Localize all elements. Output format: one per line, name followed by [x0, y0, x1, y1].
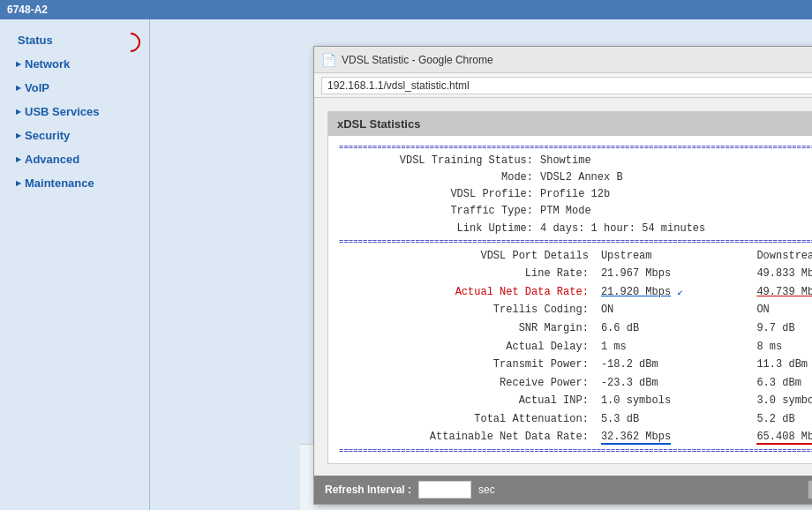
- sidebar-item-network[interactable]: Network: [0, 52, 149, 76]
- mode-value: VDSL2 Annex B: [540, 169, 623, 186]
- training-status-line: VDSL Training Status: Showtime: [339, 153, 812, 169]
- sidebar-item-voip[interactable]: VoIP: [0, 76, 149, 100]
- row-label: Actual Net Data Rate:: [339, 283, 592, 302]
- sidebar-maintenance-label: Maintenance: [25, 176, 94, 190]
- row-label: SNR Margin:: [339, 319, 592, 338]
- sidebar-item-usb-services[interactable]: USB Services: [0, 100, 149, 124]
- profile-value: Profile 12b: [540, 186, 610, 203]
- mode-line: Mode: VDSL2 Annex B: [339, 169, 812, 186]
- row-down: 3.0 symbols: [753, 392, 812, 410]
- sidebar-item-security[interactable]: Security: [0, 124, 149, 147]
- traffic-type-label: Traffic Type:: [339, 203, 533, 220]
- browser-title-left: 📄 VDSL Statistic - Google Chrome: [321, 53, 493, 67]
- main-layout: Status Network VoIP USB Services Securit…: [0, 19, 812, 510]
- sidebar-usb-label: USB Services: [25, 105, 100, 118]
- col2-header: Upstream: [592, 247, 754, 266]
- table-row: Actual Delay: 1 ms 8 ms: [339, 338, 812, 356]
- row-up: -18.2 dBm: [592, 356, 754, 374]
- sidebar-item-maintenance[interactable]: Maintenance: [0, 171, 149, 195]
- annotated-up-value: 21.920 Mbps: [601, 286, 671, 298]
- browser-address-bar: 🔍: [314, 73, 812, 98]
- sidebar: Status Network VoIP USB Services Securit…: [0, 19, 150, 510]
- row-down: 49.739 Mbps ↙: [753, 283, 812, 302]
- table-row: SNR Margin: 6.6 dB 9.7 dB: [339, 319, 812, 338]
- attain-down-value: 65.408 Mbps: [756, 431, 812, 445]
- table-row: Total Attenuation: 5.3 dB 5.2 dB: [339, 410, 812, 429]
- annotated-down-value: 49.739 Mbps: [756, 286, 812, 298]
- traffic-type-line: Traffic Type: PTM Mode: [339, 203, 812, 220]
- sidebar-status-label: Status: [18, 34, 53, 47]
- row-down: 8 ms: [753, 338, 812, 356]
- table-row: Attainable Net Data Rate: 32.362 Mbps 65…: [339, 428, 812, 446]
- row-down: ON: [753, 301, 812, 319]
- app-title-bar: 6748-A2: [0, 0, 812, 19]
- row-label: Transmit Power:: [339, 356, 592, 374]
- row-down: 5.2 dB: [753, 410, 812, 429]
- row-label: Actual INP:: [339, 392, 592, 410]
- app-title: 6748-A2: [7, 4, 48, 16]
- row-up: 21.967 Mbps: [592, 265, 754, 283]
- page-icon: 📄: [321, 53, 336, 67]
- table-row: Actual INP: 1.0 symbols 3.0 symbols: [339, 392, 812, 410]
- row-up: 6.6 dB: [592, 319, 754, 338]
- row-label: Actual Delay:: [339, 338, 592, 356]
- stats-panel: xDSL Statistics ========================…: [327, 111, 812, 464]
- row-down: 65.408 Mbps: [753, 428, 812, 446]
- sidebar-network-label: Network: [25, 57, 70, 71]
- refresh-interval-label: Refresh Interval :: [325, 484, 411, 496]
- browser-bottom-bar: Refresh Interval : sec Set Interval Stop: [314, 476, 812, 504]
- sidebar-item-advanced[interactable]: Advanced: [0, 147, 149, 171]
- training-status-label: VDSL Training Status:: [339, 153, 533, 169]
- address-input[interactable]: [321, 77, 812, 94]
- stats-body: ========================================…: [328, 136, 812, 463]
- mode-label: Mode:: [339, 169, 533, 186]
- traffic-type-value: PTM Mode: [540, 203, 591, 220]
- link-uptime-line: Link Uptime: 4 days: 1 hour: 54 minutes: [339, 221, 812, 237]
- sidebar-voip-label: VoIP: [25, 81, 49, 94]
- row-label: Line Rate:: [339, 265, 592, 283]
- link-uptime-label: Link Uptime:: [339, 221, 533, 237]
- col1-header: VDSL Port Details: [339, 247, 592, 266]
- row-label: Trellis Coding:: [339, 301, 592, 319]
- table-row: Actual Net Data Rate: 21.920 Mbps ↙ 49.7…: [339, 283, 812, 302]
- table-header-row: VDSL Port Details Upstream Downstream: [339, 247, 812, 266]
- sidebar-advanced-label: Advanced: [25, 153, 79, 166]
- row-down: 11.3 dBm: [753, 356, 812, 374]
- separator-3: ========================================…: [339, 446, 812, 456]
- separator-1: ========================================…: [339, 143, 812, 153]
- profile-line: VDSL Profile: Profile 12b: [339, 186, 812, 203]
- link-uptime-value: 4 days: 1 hour: 54 minutes: [540, 221, 705, 237]
- refresh-interval-input[interactable]: [418, 481, 471, 499]
- row-up: 21.920 Mbps ↙: [592, 283, 754, 302]
- row-down: 6.3 dBm: [753, 374, 812, 393]
- row-label: Receive Power:: [339, 374, 592, 393]
- row-label: Total Attenuation:: [339, 410, 592, 429]
- attain-up-value: 32.362 Mbps: [601, 431, 671, 445]
- sidebar-item-status[interactable]: Status: [0, 28, 149, 52]
- col3-header: Downstream: [753, 247, 812, 266]
- row-up: 1.0 symbols: [592, 392, 754, 410]
- row-up: 32.362 Mbps: [592, 428, 754, 446]
- row-up: 1 ms: [592, 338, 754, 356]
- blue-arrow-icon: ↙: [677, 287, 683, 297]
- table-row: Trellis Coding: ON ON: [339, 301, 812, 319]
- set-interval-button[interactable]: Set Interval: [808, 480, 812, 499]
- browser-window: 📄 VDSL Statistic - Google Chrome ─ □ ✕: [313, 46, 812, 505]
- training-status-value: Showtime: [540, 153, 591, 169]
- row-up: -23.3 dBm: [592, 374, 754, 393]
- profile-label: VDSL Profile:: [339, 186, 533, 203]
- row-up: 5.3 dB: [592, 410, 754, 429]
- row-down: 9.7 dB: [753, 319, 812, 338]
- row-label: Attainable Net Data Rate:: [339, 428, 592, 446]
- browser-title-bar: 📄 VDSL Statistic - Google Chrome ─ □ ✕: [314, 47, 812, 73]
- table-row: Transmit Power: -18.2 dBm 11.3 dBm: [339, 356, 812, 374]
- sidebar-security-label: Security: [25, 129, 70, 142]
- sec-label: sec: [478, 484, 495, 496]
- stats-table: VDSL Port Details Upstream Downstream Li…: [339, 247, 812, 447]
- table-row: Receive Power: -23.3 dBm 6.3 dBm: [339, 374, 812, 393]
- table-row: Line Rate: 21.967 Mbps 49.833 Mbps: [339, 265, 812, 283]
- browser-content: xDSL Statistics ========================…: [314, 98, 812, 476]
- browser-title: VDSL Statistic - Google Chrome: [342, 54, 493, 66]
- stats-panel-header: xDSL Statistics: [328, 112, 812, 136]
- row-up: ON: [592, 301, 754, 319]
